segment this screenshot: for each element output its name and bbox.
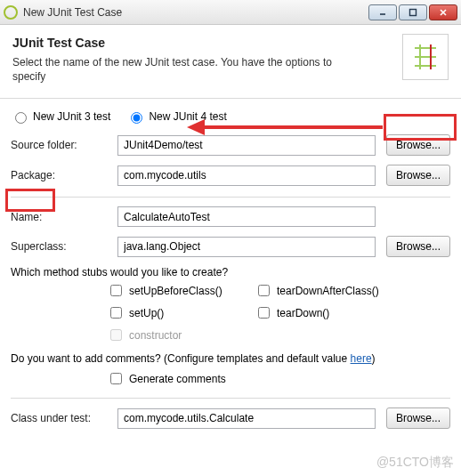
- setup-checkbox[interactable]: setUp(): [107, 304, 240, 321]
- name-label: Name:: [11, 211, 117, 223]
- source-folder-input[interactable]: [117, 135, 376, 156]
- junit3-radio[interactable]: New JUnit 3 test: [11, 109, 110, 124]
- teardown-checkbox[interactable]: tearDown(): [255, 304, 397, 321]
- comments-question: Do you want to add comments? (Configure …: [11, 352, 450, 365]
- junit-icon: [402, 34, 449, 80]
- generate-comments-checkbox[interactable]: Generate comments: [107, 370, 450, 387]
- maximize-button[interactable]: [399, 4, 427, 20]
- window-titlebar: New JUnit Test Case: [0, 0, 461, 25]
- setupbeforeclass-checkbox[interactable]: setUpBeforeClass(): [107, 282, 240, 299]
- class-under-test-label: Class under test:: [11, 412, 117, 424]
- watermark: @51CTO博客: [376, 455, 454, 471]
- teardownafterclass-checkbox[interactable]: tearDownAfterClass(): [255, 282, 397, 299]
- configure-templates-link[interactable]: here: [351, 352, 372, 365]
- source-folder-label: Source folder:: [11, 139, 117, 151]
- window-title: New JUnit Test Case: [23, 6, 367, 19]
- class-under-test-input[interactable]: [117, 408, 376, 429]
- stubs-question: Which method stubs would you like to cre…: [11, 266, 450, 278]
- minimize-button[interactable]: [368, 4, 397, 20]
- superclass-label: Superclass:: [11, 240, 117, 253]
- package-label: Package:: [11, 169, 117, 182]
- dialog-header: JUnit Test Case Select the name of the n…: [0, 25, 461, 99]
- package-input[interactable]: [117, 165, 376, 186]
- superclass-input[interactable]: [117, 237, 376, 257]
- svg-rect-1: [410, 9, 417, 15]
- constructor-checkbox: constructor: [107, 327, 240, 343]
- class-under-test-browse-button[interactable]: Browse...: [386, 407, 450, 429]
- divider: [11, 398, 450, 399]
- app-icon: [4, 5, 18, 20]
- source-folder-browse-button[interactable]: Browse...: [386, 134, 450, 156]
- name-input[interactable]: [117, 206, 376, 227]
- divider: [11, 197, 450, 198]
- package-browse-button[interactable]: Browse...: [386, 165, 450, 186]
- close-button[interactable]: [429, 4, 457, 20]
- junit4-radio[interactable]: New JUnit 4 test: [126, 109, 226, 124]
- page-title: JUnit Test Case: [12, 36, 393, 50]
- page-description: Select the name of the new JUnit test ca…: [12, 55, 351, 84]
- superclass-browse-button[interactable]: Browse...: [386, 236, 450, 257]
